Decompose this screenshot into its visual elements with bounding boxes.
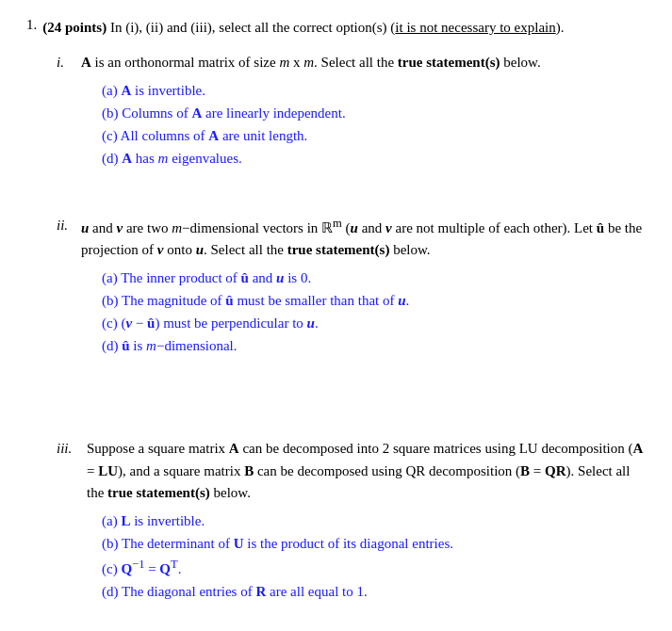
true-statements-iii: true statement(s) [107, 485, 210, 500]
v-bold-3: v [157, 242, 164, 257]
subquestion-ii: ii. u and v are two m−dimensional vector… [57, 215, 646, 358]
m-italic-2: m [303, 55, 314, 70]
spacer-3 [26, 402, 646, 438]
subq-ii-text: u and v are two m−dimensional vectors in… [81, 215, 646, 262]
option-ii-a: (a) The inner product of û and u is 0. [102, 267, 646, 289]
QR-bold: QR [545, 463, 566, 478]
points-label: (24 points) [42, 20, 107, 35]
option-i-d: (d) A has m eigenvalues. [102, 147, 646, 170]
m-sup: m [333, 217, 342, 230]
intro-text: In (i), (ii) [110, 20, 167, 35]
question-text: (24 points) In (i), (ii) and (iii), sele… [42, 17, 564, 39]
spacer-1 [26, 179, 646, 215]
subquestion-iii: iii. Suppose a square matrix A can be de… [57, 438, 646, 603]
main-question-header: 1. (24 points) In (i), (ii) and (iii), s… [26, 17, 646, 39]
roman-i: i. [57, 52, 75, 73]
subq-iii-header: iii. Suppose a square matrix A can be de… [57, 438, 646, 504]
T-sup: T [171, 558, 178, 571]
roman-iii: iii. [57, 438, 81, 504]
u-bold-3: u [196, 242, 204, 257]
U-bold: U [234, 536, 244, 551]
v-bold-2: v [385, 220, 392, 235]
A-ib: A [191, 105, 202, 121]
option-i-b: (b) Columns of A are linearly independen… [102, 102, 646, 124]
m-italic-4: m [172, 220, 182, 235]
subq-i-header: i. A is an orthonormal matrix of size m … [57, 52, 646, 73]
true-statements-i: true statement(s) [398, 55, 500, 70]
u-bold-1: u [81, 220, 89, 235]
B-iii: B [244, 463, 254, 478]
spacer-2 [26, 366, 646, 402]
subquestion-i: i. A is an orthonormal matrix of size m … [57, 52, 646, 170]
LU-bold: LU [98, 463, 118, 478]
A-id: A [122, 151, 132, 166]
A-iii: A [229, 441, 239, 456]
problem-1: 1. (24 points) In (i), (ii) and (iii), s… [26, 17, 646, 603]
options-ii: (a) The inner product of û and u is 0. (… [102, 267, 646, 357]
explanation-note: it is not necessary to explain [395, 20, 555, 35]
A-ia: A [121, 83, 131, 98]
option-ii-d: (d) û is m−dimensional. [102, 334, 646, 357]
R-bold: R [255, 584, 266, 599]
and-text: and [167, 20, 188, 35]
option-iii-d: (d) The diagonal entries of R are all eq… [102, 580, 646, 603]
B-eq: B [520, 463, 530, 478]
question-number: 1. [26, 17, 37, 39]
options-iii: (a) L is invertible. (b) The determinant… [102, 510, 646, 603]
Q-inv: Q [121, 561, 132, 576]
true-statements-ii: true statement(s) [287, 242, 390, 257]
m-italic-3: m [158, 151, 169, 166]
roman-ii: ii. [57, 215, 75, 262]
u-bold-2: u [351, 220, 358, 235]
subq-i-text: A is an orthonormal matrix of size m x m… [81, 52, 646, 73]
m-italic-1: m [279, 55, 289, 70]
L-bold: L [121, 513, 130, 528]
option-i-c: (c) All columns of A are unit length. [102, 124, 646, 147]
neg1-sup: −1 [132, 558, 144, 571]
A-eq: A [632, 441, 643, 456]
option-i-a: (a) A is invertible. [102, 79, 646, 102]
subq-iii-text: Suppose a square matrix A can be decompo… [87, 438, 646, 504]
Q-T: Q [159, 561, 171, 576]
A-ic: A [208, 128, 219, 143]
options-i: (a) A is invertible. (b) Columns of A ar… [102, 79, 646, 170]
subq-ii-header: ii. u and v are two m−dimensional vector… [57, 215, 646, 262]
v-bold-1: v [117, 220, 123, 235]
option-iii-b: (b) The determinant of U is the product … [102, 532, 646, 555]
option-ii-b: (b) The magnitude of û must be smaller t… [102, 289, 646, 312]
matrix-A-bold: A [81, 55, 91, 70]
option-iii-c: (c) Q−1 = QT. [102, 555, 646, 580]
option-iii-a: (a) L is invertible. [102, 510, 646, 532]
option-ii-c: (c) (v − û) must be perpendicular to u. [102, 312, 646, 334]
